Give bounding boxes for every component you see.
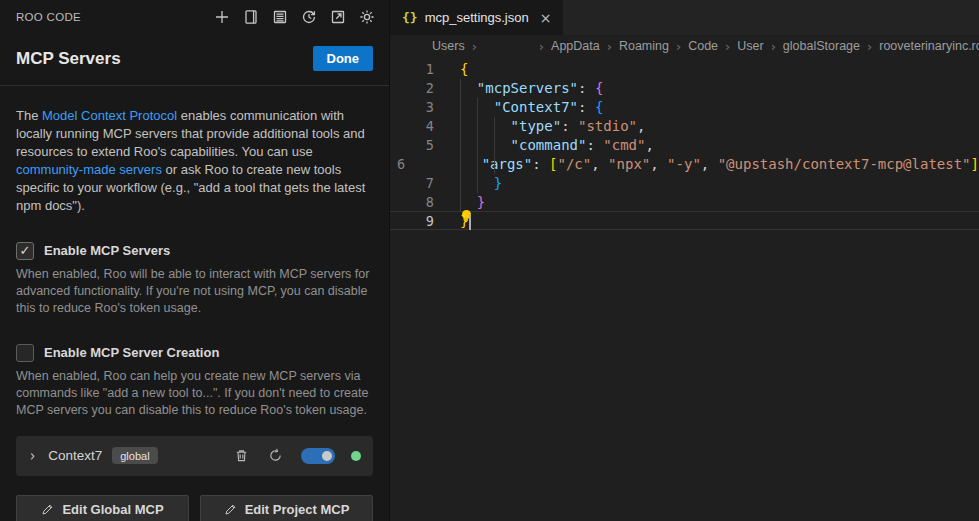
breadcrumb-segment[interactable]: Code	[688, 39, 718, 53]
line-number: 4	[390, 117, 434, 136]
server-status-dot	[351, 451, 361, 461]
line-number: 5	[390, 136, 434, 155]
text-cursor	[469, 214, 471, 230]
history-icon[interactable]	[301, 9, 317, 25]
line-number: 1	[390, 60, 434, 79]
enable-mcp-creation-description: When enabled, Roo can help you create ne…	[16, 368, 373, 419]
json-braces-icon: {}	[402, 10, 418, 25]
chevron-right-icon: ›	[867, 39, 872, 54]
edit-project-mcp-label: Edit Project MCP	[245, 502, 350, 517]
code-line[interactable]: 6 "args": ["/c", "npx", "-y", "@upstash/…	[390, 155, 979, 174]
code-line[interactable]: 3 "Context7": {	[390, 98, 979, 117]
breadcrumb: Users › › AppData › Roaming › Code › Use…	[390, 35, 979, 57]
tab-filename: mcp_settings.json	[425, 10, 529, 25]
editor-group: {} mcp_settings.json × Users › › AppData…	[390, 0, 979, 521]
line-number: 2	[390, 79, 434, 98]
title-row: MCP Servers Done	[0, 34, 389, 85]
enable-mcp-servers-row: ✓ Enable MCP Servers	[16, 242, 373, 260]
code-line[interactable]: 1{	[390, 60, 979, 79]
breadcrumb-segment[interactable]: globalStorage	[783, 39, 860, 53]
enable-mcp-servers-label: Enable MCP Servers	[44, 243, 170, 258]
code-line[interactable]: 2 "mcpServers": {	[390, 79, 979, 98]
editor-tab-bar: {} mcp_settings.json ×	[390, 0, 979, 35]
tab-mcp-settings-json[interactable]: {} mcp_settings.json ×	[390, 0, 563, 35]
notepad-icon[interactable]	[243, 9, 259, 25]
breadcrumb-segment[interactable]: AppData	[551, 39, 600, 53]
breadcrumb-segment[interactable]: Users	[432, 39, 465, 53]
edit-global-mcp-label: Edit Global MCP	[62, 502, 163, 517]
breadcrumb-segment[interactable]: Roaming	[619, 39, 669, 53]
code-editor[interactable]: 1{2 "mcpServers": {3 "Context7": {4 "typ…	[390, 57, 979, 521]
chevron-right-icon: ›	[607, 39, 612, 54]
line-number: 7	[390, 174, 434, 193]
panel-header: ROO CODE	[0, 0, 389, 34]
roo-code-mcp-settings-window: ROO CODE MCP Servers Done	[0, 0, 979, 521]
pencil-icon	[224, 503, 237, 516]
enable-mcp-creation-checkbox[interactable]	[16, 344, 34, 362]
code-line[interactable]: 4 "type": "stdio",	[390, 117, 979, 136]
scope-badge: global	[112, 447, 157, 464]
code-line[interactable]: 5 "command": "cmd",	[390, 136, 979, 155]
chevron-right-icon[interactable]: ›	[30, 447, 35, 464]
model-context-protocol-link[interactable]: Model Context Protocol	[42, 108, 177, 123]
chevron-right-icon: ›	[771, 39, 776, 54]
edit-buttons-row: Edit Global MCP Edit Project MCP	[16, 495, 373, 521]
chevron-right-icon: ›	[676, 39, 681, 54]
mcp-server-icon[interactable]	[272, 9, 288, 25]
enable-mcp-creation-row: Enable MCP Server Creation	[16, 344, 373, 362]
code-line[interactable]: 9}	[390, 212, 979, 231]
enable-mcp-servers-description: When enabled, Roo will be able to intera…	[16, 266, 373, 317]
community-made-servers-link[interactable]: community-made servers	[16, 162, 162, 177]
settings-gear-icon[interactable]	[359, 9, 375, 25]
toggle-knob	[322, 451, 332, 461]
divider	[0, 85, 389, 86]
breadcrumb-segment[interactable]: User	[737, 39, 763, 53]
page-title: MCP Servers	[16, 49, 313, 69]
done-button[interactable]: Done	[313, 46, 374, 71]
chevron-right-icon: ›	[725, 39, 730, 54]
code-line[interactable]: 7 }	[390, 174, 979, 193]
mcp-server-row-context7[interactable]: › Context7 global	[16, 436, 373, 476]
mcp-description: The Model Context Protocol enables commu…	[16, 107, 373, 215]
pencil-icon	[41, 503, 54, 516]
line-number: 6	[390, 155, 405, 174]
chevron-right-icon: ›	[472, 39, 477, 54]
open-external-icon[interactable]	[330, 9, 346, 25]
roo-code-sidebar-panel: ROO CODE MCP Servers Done	[0, 0, 390, 521]
restart-icon[interactable]	[267, 448, 283, 464]
server-name: Context7	[48, 448, 102, 463]
edit-global-mcp-button[interactable]: Edit Global MCP	[16, 495, 189, 521]
edit-project-mcp-button[interactable]: Edit Project MCP	[200, 495, 373, 521]
plus-icon[interactable]	[214, 9, 230, 25]
chevron-right-icon: ›	[539, 39, 544, 54]
code-line[interactable]: 8}	[390, 193, 979, 212]
description-text: The	[16, 108, 42, 123]
server-enabled-toggle[interactable]	[301, 448, 335, 464]
trash-icon[interactable]	[233, 448, 249, 464]
extension-title: ROO CODE	[16, 11, 81, 23]
line-number: 3	[390, 98, 434, 117]
close-icon[interactable]: ×	[540, 10, 552, 26]
breadcrumb-segment[interactable]: rooveterinaryinc.roo-cli	[879, 39, 979, 53]
enable-mcp-servers-checkbox[interactable]: ✓	[16, 242, 34, 260]
enable-mcp-creation-label: Enable MCP Server Creation	[44, 345, 219, 360]
line-number: 8	[390, 193, 434, 212]
line-number: 9	[390, 212, 434, 231]
